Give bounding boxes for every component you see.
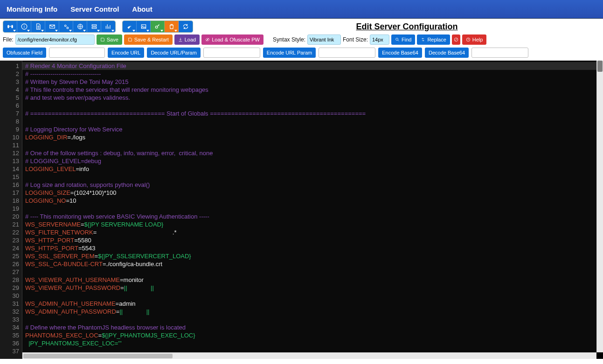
scrollbar-thumb[interactable] (597, 61, 603, 72)
encode-b64-button[interactable]: Encode Base64 (378, 48, 422, 58)
syntax-label: Syntax Style: (273, 36, 305, 43)
fontsize-label: Font Size: (343, 36, 368, 43)
stop-button[interactable] (452, 34, 460, 45)
info-icon[interactable]: i (17, 21, 31, 32)
key-icon[interactable] (151, 21, 165, 32)
syntax-style-input[interactable] (307, 34, 341, 45)
page-title: Edit Server Configuration (214, 22, 600, 32)
save-restart-button[interactable]: Save & Restart (124, 34, 173, 45)
code-editor[interactable]: 1234567891011121314151617181920212223242… (0, 61, 603, 359)
b64-input[interactable] (471, 48, 528, 58)
svg-point-4 (67, 27, 69, 29)
svg-rect-7 (92, 27, 96, 28)
load-ofuscate-button[interactable]: Load & Ofuscate PW (201, 34, 263, 45)
top-nav: Monitoring Info Server Control About (0, 0, 603, 19)
svg-rect-8 (141, 25, 146, 28)
encode-url-param-button[interactable]: Encode URL Param (263, 48, 316, 58)
svg-point-3 (64, 25, 66, 27)
save-button[interactable]: Save (97, 34, 122, 45)
url-input[interactable] (203, 48, 260, 58)
toolbar-group-main: i (3, 21, 116, 33)
decode-url-button[interactable]: Decode URL/Param (147, 48, 200, 58)
line-gutter: 1234567891011121314151617181920212223242… (0, 61, 22, 359)
gears-icon[interactable] (59, 21, 73, 32)
svg-rect-6 (92, 25, 96, 26)
mail-icon[interactable] (45, 21, 59, 32)
icon-toolbar: i Edit Server Configuration (3, 21, 600, 33)
nav-about[interactable]: About (132, 5, 152, 13)
action-row: File: Save Save & Restart Load Load & Of… (3, 34, 600, 45)
globe-icon[interactable] (73, 21, 87, 32)
file-path-input[interactable] (15, 34, 95, 45)
fontsize-input[interactable] (370, 34, 389, 45)
decode-b64-button[interactable]: Decode Base64 (425, 48, 469, 58)
url-param-input[interactable] (319, 48, 375, 58)
toolbar-group-tools (122, 21, 193, 33)
toolbar-area: i Edit Server Configuration File: Save S… (0, 19, 603, 59)
svg-point-13 (396, 38, 398, 41)
nav-monitoring[interactable]: Monitoring Info (7, 5, 57, 13)
find-button[interactable]: Find (391, 34, 415, 45)
replace-button[interactable]: Replace (417, 34, 450, 45)
help-button[interactable]: ?Help (462, 34, 487, 45)
nav-server-control[interactable]: Server Control (70, 5, 119, 13)
refresh-icon[interactable] (179, 21, 193, 32)
server-icon[interactable] (87, 21, 101, 32)
document-icon[interactable] (31, 21, 45, 32)
svg-point-10 (155, 26, 158, 28)
trash-icon[interactable] (165, 21, 179, 32)
load-button[interactable]: Load (174, 34, 200, 45)
binoculars-icon[interactable] (3, 21, 17, 32)
svg-text:i: i (24, 25, 25, 29)
encode-url-button[interactable]: Encode URL (108, 48, 144, 58)
image-icon[interactable] (137, 21, 151, 32)
code-content[interactable]: # Render 4 Monitor Configuration File# -… (22, 61, 596, 359)
file-label: File: (3, 36, 14, 43)
obfuscate-button[interactable]: Obfuscate Field (3, 48, 46, 58)
scroll-corner (596, 352, 603, 359)
svg-line-15 (455, 39, 457, 41)
wrench-icon[interactable] (123, 21, 137, 32)
vertical-scrollbar[interactable] (596, 61, 603, 359)
svg-text:?: ? (467, 38, 469, 41)
encode-row: Obfuscate Field Encode URL Decode URL/Pa… (3, 48, 600, 58)
chart-icon[interactable] (101, 21, 115, 32)
obfuscate-input[interactable] (49, 48, 105, 58)
